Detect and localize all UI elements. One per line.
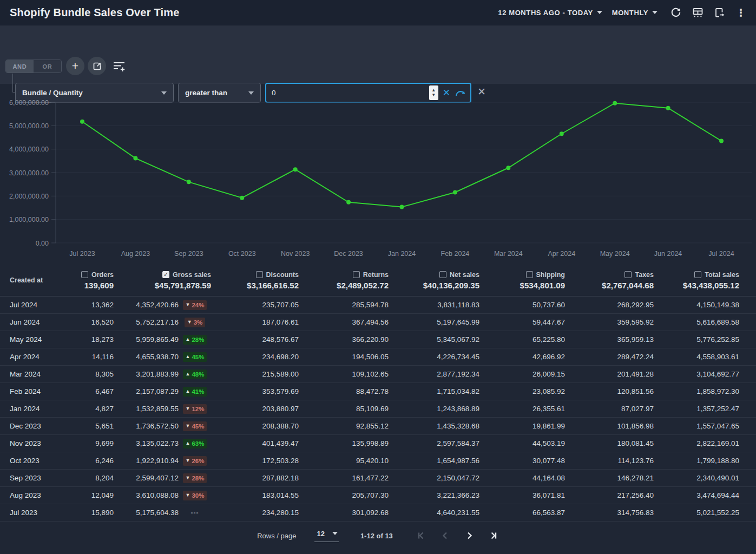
- column-header-returns: Returns$2,489,052.72: [299, 271, 389, 290]
- table-row: Sep 20238,2042,599,407.12▼28%287,882.181…: [0, 470, 756, 487]
- cell-taxes: 268,292.95: [565, 301, 654, 309]
- last-page-button[interactable]: [487, 530, 499, 542]
- cell-shipping: 30,077.48: [479, 457, 565, 465]
- arrow-down-icon: ▼: [186, 476, 190, 480]
- column-header-taxes: Taxes$2,767,044.68: [565, 271, 654, 290]
- granularity-dropdown[interactable]: MONTHLY: [612, 9, 658, 17]
- filter-list-add-icon[interactable]: [111, 60, 127, 74]
- change-badge-cell: ▼24%: [179, 300, 211, 310]
- cell-total-sales: 1,858,972.30: [654, 387, 739, 395]
- data-table: Created at Orders139,609✓Gross sales$45,…: [0, 265, 756, 522]
- cell-gross-sales: 2,599,407.12: [114, 474, 179, 482]
- cell-net-sales: 5,345,067.92: [389, 335, 479, 344]
- cell-taxes: 114,123.76: [565, 457, 654, 465]
- data-point: [293, 167, 298, 172]
- cell-shipping: 50,737.60: [479, 301, 565, 309]
- column-label: Orders: [91, 271, 114, 279]
- cell-returns: 205,707.30: [299, 491, 389, 499]
- rows-per-page-label: Rows / page: [257, 532, 296, 540]
- next-page-button[interactable]: [463, 530, 475, 542]
- change-badge-down: ▼30%: [183, 491, 207, 500]
- change-badge-down: ▼3%: [185, 318, 206, 327]
- cell-shipping: 26,355.61: [479, 405, 565, 413]
- change-badge-cell: ▼3%: [179, 318, 211, 327]
- column-total: $3,166,616.52: [247, 281, 299, 290]
- add-filter-button[interactable]: +: [66, 57, 84, 75]
- cell-net-sales: 1,715,034.82: [389, 387, 479, 395]
- column-checkbox-total[interactable]: [694, 271, 701, 278]
- column-checkbox-net[interactable]: [439, 271, 446, 278]
- cell-discounts: 235,707.05: [211, 301, 299, 309]
- data-point: [346, 200, 351, 205]
- change-badge-cell: ▲45%: [179, 352, 211, 362]
- row-period: Feb 2024: [0, 387, 60, 395]
- rows-per-page-select[interactable]: 12: [314, 530, 338, 542]
- table-row: Dec 20235,6511,736,572.50▼45%208,388.709…: [0, 418, 756, 435]
- arrow-up-icon: ▲: [186, 372, 190, 377]
- column-checkbox-shipping[interactable]: [526, 271, 533, 278]
- table-view-icon[interactable]: [691, 6, 704, 19]
- column-total: $2,767,044.68: [602, 281, 654, 290]
- change-badge-cell: ▲63%: [179, 439, 211, 449]
- cell-net-sales: 3,831,118.83: [389, 301, 479, 309]
- kebab-menu-icon[interactable]: ⋮: [734, 6, 747, 19]
- cell-orders: 15,890: [60, 509, 114, 517]
- column-checkbox-orders[interactable]: [81, 271, 88, 278]
- column-checkbox-gross[interactable]: ✓: [162, 271, 169, 278]
- change-badge-cell: ▼26%: [179, 456, 211, 466]
- y-axis-tick-label: 5,000,000.00: [9, 122, 49, 130]
- change-badge-cell: ▼30%: [179, 491, 211, 500]
- column-header-net: Net sales$40,136,209.35: [389, 271, 479, 290]
- cell-total-sales: 2,340,490.01: [654, 474, 739, 482]
- cell-returns: 85,109.69: [299, 405, 389, 413]
- column-total: $45,791,878.59: [155, 281, 211, 290]
- table-row: Jul 202315,8905,175,604.38---234,280.153…: [0, 504, 756, 522]
- table-row: Feb 20246,4672,157,087.29▲41%353,579.698…: [0, 383, 756, 400]
- change-badge-down: ▼26%: [183, 456, 207, 466]
- cell-discounts: 401,439.47: [211, 439, 299, 447]
- arrow-down-icon: ▼: [186, 406, 190, 411]
- change-percent: 48%: [192, 371, 204, 378]
- logic-and-button[interactable]: AND: [6, 60, 34, 72]
- cell-discounts: 215,589.00: [211, 370, 299, 378]
- add-group-button[interactable]: [88, 57, 106, 75]
- arrow-down-icon: ▼: [186, 458, 190, 463]
- cell-orders: 4,827: [60, 405, 114, 413]
- previous-page-button[interactable]: [439, 530, 451, 542]
- column-checkbox-returns[interactable]: [353, 271, 360, 278]
- change-percent: 12%: [192, 406, 204, 412]
- column-checkbox-discounts[interactable]: [256, 271, 263, 278]
- data-point: [719, 138, 724, 143]
- cell-taxes: 146,278.21: [565, 474, 654, 482]
- cell-shipping: 26,009.15: [479, 370, 565, 378]
- first-page-button[interactable]: [416, 530, 428, 542]
- created-at-header: Created at: [0, 276, 60, 284]
- cell-net-sales: 1,654,987.56: [389, 457, 479, 465]
- cell-total-sales: 1,357,252.47: [654, 405, 739, 413]
- change-badge-up: ▲63%: [183, 439, 207, 449]
- row-period: May 2024: [0, 335, 60, 344]
- date-range-dropdown[interactable]: 12 MONTHS AGO - TODAY: [498, 9, 602, 17]
- cell-gross-sales: 2,157,087.29: [114, 387, 179, 395]
- logic-or-button[interactable]: OR: [34, 60, 61, 72]
- change-percent: 28%: [192, 475, 204, 482]
- cell-orders: 16,520: [60, 318, 114, 326]
- x-axis-tick-label: May 2024: [600, 250, 630, 258]
- row-period: Jan 2024: [0, 405, 60, 413]
- column-checkbox-taxes[interactable]: [624, 271, 632, 278]
- cell-orders: 6,467: [60, 387, 114, 395]
- column-total: $2,489,052.72: [337, 281, 389, 290]
- rows-per-page-value: 12: [317, 530, 324, 538]
- cell-total-sales: 5,616,689.58: [654, 318, 739, 326]
- series-line: [82, 103, 721, 207]
- cell-returns: 92,855.12: [299, 422, 389, 430]
- change-percent: 41%: [192, 388, 204, 395]
- chevron-down-icon: [652, 11, 658, 14]
- column-label: Discounts: [266, 271, 299, 279]
- refresh-icon[interactable]: [669, 6, 682, 19]
- change-badge-cell: ▲48%: [179, 370, 211, 379]
- export-icon[interactable]: [713, 6, 726, 19]
- data-point: [133, 156, 137, 161]
- change-badge-down: ▼24%: [183, 300, 207, 310]
- change-badge-cell: ▲28%: [179, 335, 211, 345]
